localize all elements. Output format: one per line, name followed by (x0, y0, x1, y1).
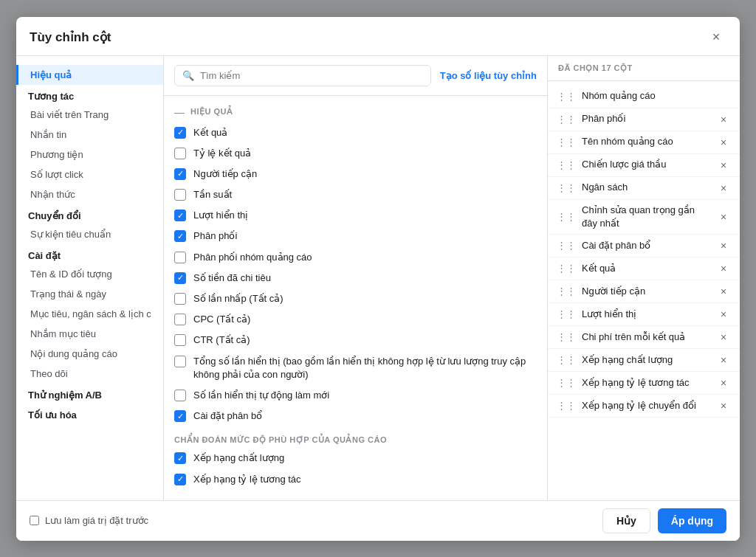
remove-ket-qua[interactable]: × (716, 261, 731, 276)
remove-ngan-sach[interactable]: × (716, 181, 731, 196)
list-item-nguoi-tiep-can[interactable]: Người tiếp cận (164, 164, 547, 184)
right-item-label-xh-tuong-tac: Xếp hạng tỷ lệ tương tác (582, 376, 710, 390)
list-item-tong-hien-thi[interactable]: Tổng số lần hiển thị (bao gồm lần hiển t… (164, 351, 547, 385)
list-item-ket-qua[interactable]: Kết quả (164, 122, 547, 143)
checkbox-phan-phoi[interactable] (174, 230, 186, 242)
remove-cai-dat-pb[interactable]: × (716, 238, 731, 253)
right-item-label-chien-luoc: Chiến lược giá thầu (582, 158, 710, 171)
checkbox-phan-phoi-nhom[interactable] (174, 252, 186, 263)
remove-chien-luoc[interactable]: × (716, 158, 731, 173)
list-item-so-lan-nhap[interactable]: Số lần nhấp (Tất cả) (164, 288, 547, 309)
list-item-so-tien[interactable]: Số tiền đã chi tiêu (164, 268, 547, 288)
section-header-hieu-qua: — HIỆU QUẢ (164, 102, 547, 122)
remove-chinh-sua[interactable]: × (716, 210, 731, 224)
item-label-xep-hang-tuong-tac: Xếp hạng tỷ lệ tương tác (193, 473, 301, 486)
sidebar-item-nhan-tin[interactable]: Nhắn tin (16, 125, 163, 145)
checkbox-xep-hang-cl[interactable] (174, 452, 186, 464)
apply-button[interactable]: Áp dụng (658, 508, 726, 533)
remove-luot-ht[interactable]: × (716, 307, 731, 322)
drag-handle: ⋮⋮ (557, 331, 576, 342)
sidebar-item-ten-id[interactable]: Tên & ID đối tượng (16, 264, 163, 284)
cancel-button[interactable]: Hủy (602, 508, 650, 533)
right-item-luot-ht: ⋮⋮ Lượt hiển thị × (548, 303, 740, 326)
remove-ten-nhom[interactable]: × (716, 135, 731, 150)
item-label-ket-qua: Kết quả (193, 126, 227, 139)
sidebar-item-bai-viet[interactable]: Bài viết trên Trang (16, 105, 163, 125)
sidebar-item-so-luot-click[interactable]: Số lượt click (16, 165, 163, 184)
list-item-ty-le[interactable]: Tỷ lệ kết quả (164, 143, 547, 164)
item-label-cpc: CPC (Tất cả) (193, 313, 250, 326)
right-panel: ĐÃ CHỌN 17 CỘT ⋮⋮ Nhóm quảng cáo × ⋮⋮ Ph… (548, 56, 740, 500)
right-item-label-ten-nhom: Tên nhóm quảng cáo (582, 135, 710, 148)
list-item-phan-phoi[interactable]: Phân phối (164, 226, 547, 246)
checkbox-ctr[interactable] (174, 334, 186, 346)
checkbox-so-tien[interactable] (174, 272, 186, 284)
create-custom-button[interactable]: Tạo số liệu tùy chỉnh (440, 70, 537, 81)
list-item-luot-hien-thi[interactable]: Lượt hiển thị (164, 205, 547, 226)
sidebar-item-trang-thai[interactable]: Trạng thái & ngày (16, 284, 163, 304)
right-panel-list: ⋮⋮ Nhóm quảng cáo × ⋮⋮ Phân phối × ⋮⋮ Tê… (548, 81, 740, 500)
remove-xh-tuong-tac[interactable]: × (716, 376, 731, 390)
remove-xh-chuyen-doi[interactable]: × (716, 398, 731, 413)
modal: Tùy chỉnh cột × Hiệu quả Tương tác Bài v… (16, 17, 740, 541)
search-bar: 🔍 Tạo số liệu tùy chỉnh (164, 56, 547, 96)
list-item-ctr[interactable]: CTR (Tất cả) (164, 330, 547, 350)
sidebar-item-hieu-qua[interactable]: Hiệu quả (16, 65, 163, 85)
subsection-label-chan-doan: CHẨN ĐOÁN MỨC ĐỘ PHÙ HỢP CỦA QUẢNG CÁO (164, 426, 547, 448)
sidebar-item-noi-dung[interactable]: Nội dung quảng cáo (16, 344, 163, 364)
list-item-xep-hang-cl[interactable]: Xếp hạng chất lượng (164, 448, 547, 468)
right-item-xh-chuyen-doi: ⋮⋮ Xếp hạng tỷ lệ chuyển đổi × (548, 395, 740, 418)
sidebar-item-nhan-thuc[interactable]: Nhận thức (16, 184, 163, 204)
remove-phan-phoi[interactable]: × (716, 112, 731, 127)
checkbox-cpc[interactable] (174, 314, 186, 325)
list-item-cai-dat-phan-bo[interactable]: Cài đặt phân bổ (164, 406, 547, 426)
right-item-label-ket-qua: Kết quả (582, 262, 710, 275)
list-item-phan-phoi-nhom[interactable]: Phân phối nhóm quảng cáo (164, 247, 547, 268)
drag-handle: ⋮⋮ (557, 136, 576, 148)
right-item-label-chi-phi: Chi phí trên mỗi kết quả (582, 331, 710, 344)
remove-nguoi-tc[interactable]: × (716, 284, 731, 299)
checkbox-ket-qua[interactable] (174, 127, 186, 139)
checkbox-so-lan-nhap[interactable] (174, 293, 186, 305)
search-input-wrap[interactable]: 🔍 (174, 65, 431, 86)
remove-chi-phi[interactable]: × (716, 330, 731, 345)
close-button[interactable]: × (706, 27, 726, 48)
right-item-chi-phi: ⋮⋮ Chi phí trên mỗi kết quả × (548, 326, 740, 349)
item-label-phan-phoi: Phân phối (193, 229, 237, 243)
right-item-label-xh-chuyen-doi: Xếp hạng tỷ lệ chuyển đổi (582, 399, 710, 412)
search-input[interactable] (200, 70, 423, 81)
remove-xh-cl[interactable]: × (716, 353, 731, 367)
checkbox-cai-dat-phan-bo[interactable] (174, 410, 186, 422)
save-default-label[interactable]: Lưu làm giá trị đặt trước (30, 515, 148, 526)
checkbox-xep-hang-tuong-tac[interactable] (174, 474, 186, 485)
list-item-xep-hang-tuong-tac[interactable]: Xếp hạng tỷ lệ tương tác (164, 469, 547, 490)
checkbox-luot-hien-thi[interactable] (174, 210, 186, 221)
checkbox-tan-suat[interactable] (174, 189, 186, 201)
sidebar-item-muc-tieu[interactable]: Mục tiêu, ngân sách & lịch c (16, 304, 163, 324)
sidebar-item-phuong-tien[interactable]: Phương tiện (16, 145, 163, 165)
collapse-icon[interactable]: — (174, 106, 185, 118)
item-label-xep-hang-cl: Xếp hạng chất lượng (193, 452, 284, 465)
right-item-xh-cl: ⋮⋮ Xếp hạng chất lượng × (548, 349, 740, 372)
sidebar-item-nham-muc-tieu[interactable]: Nhắm mục tiêu (16, 324, 163, 344)
item-label-so-tien: Số tiền đã chi tiêu (193, 271, 271, 285)
list-item-tu-dong[interactable]: Số lần hiển thị tự động làm mới (164, 385, 547, 406)
right-item-nhom-qc: ⋮⋮ Nhóm quảng cáo × (548, 86, 740, 108)
checkbox-ty-le[interactable] (174, 148, 186, 159)
checkbox-tong-hien-thi[interactable] (174, 356, 186, 367)
sidebar-item-theo-doi[interactable]: Theo dõi (16, 364, 163, 384)
list-item-tan-suat[interactable]: Tần suất (164, 184, 547, 205)
right-item-ten-nhom: ⋮⋮ Tên nhóm quảng cáo × (548, 131, 740, 154)
item-label-ctr: CTR (Tất cả) (193, 333, 250, 347)
footer-actions: Hủy Áp dụng (602, 508, 726, 533)
modal-body: Hiệu quả Tương tác Bài viết trên Trang N… (16, 56, 740, 500)
save-default-checkbox[interactable] (30, 516, 39, 525)
sidebar: Hiệu quả Tương tác Bài viết trên Trang N… (16, 56, 164, 500)
item-label-luot-hien-thi: Lượt hiển thị (193, 209, 248, 222)
checkbox-nguoi-tiep-can[interactable] (174, 168, 186, 180)
drag-handle: ⋮⋮ (557, 308, 576, 319)
right-item-label-chinh-sua: Chỉnh sửa quan trọng gần đây nhất (582, 204, 710, 230)
sidebar-item-su-kien[interactable]: Sự kiện tiêu chuẩn (16, 224, 163, 244)
checkbox-tu-dong[interactable] (174, 390, 186, 401)
list-item-cpc[interactable]: CPC (Tất cả) (164, 309, 547, 330)
